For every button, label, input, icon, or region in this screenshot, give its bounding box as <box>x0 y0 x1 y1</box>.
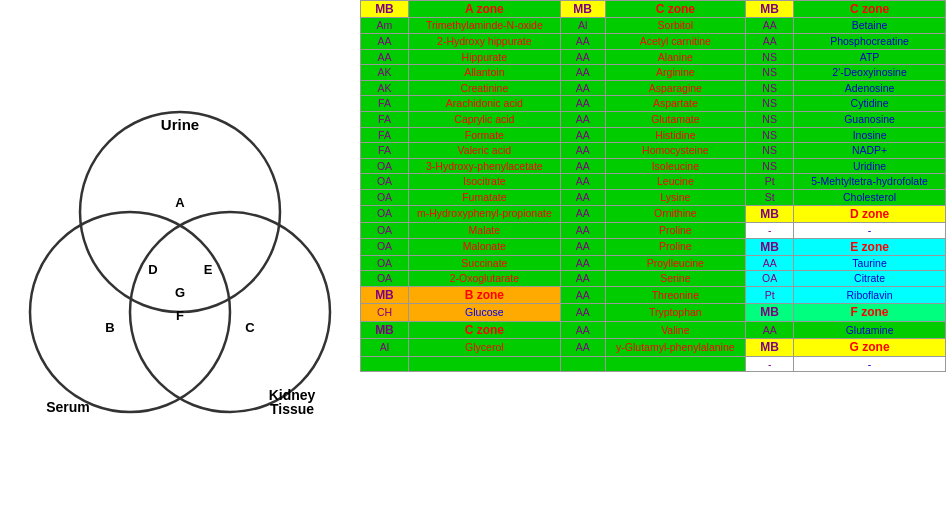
name2-cell: Valine <box>605 321 746 338</box>
mb2-cell: AA <box>560 111 605 127</box>
mb3-cell: AA <box>746 33 794 49</box>
hdr-czone1: C zone <box>605 1 746 18</box>
mb3-cell: Pt <box>746 174 794 190</box>
name2-cell: Proline <box>605 238 746 255</box>
name3-cell: - <box>794 356 946 372</box>
mb3-cell: AA <box>746 255 794 271</box>
name2-cell: Histidine <box>605 127 746 143</box>
name2-cell: Proline <box>605 222 746 238</box>
name2-cell: Serine <box>605 271 746 287</box>
mb1-cell: AA <box>361 33 409 49</box>
name1-cell: 3-Hydroxy-phenylacetate <box>408 158 560 174</box>
name1-cell: Isocitrate <box>408 174 560 190</box>
name3-cell: Uridine <box>794 158 946 174</box>
name2-cell: Isoleucine <box>605 158 746 174</box>
mb2-cell: AA <box>560 127 605 143</box>
table-row: OAm-Hydroxyphenyl-propionateAAOrnithineM… <box>361 205 946 222</box>
table-row: -- <box>361 356 946 372</box>
table-row: MBC zoneAAValineAAGlutamine <box>361 321 946 338</box>
name1-cell: Arachidonic acid <box>408 96 560 112</box>
header-row: MB A zone MB C zone MB C zone <box>361 1 946 18</box>
table-row: OAMalonateAAProlineMBE zone <box>361 238 946 255</box>
mb3-cell: NS <box>746 96 794 112</box>
mb2-cell: AA <box>560 321 605 338</box>
mb3-cell: NS <box>746 158 794 174</box>
mb2-cell: AA <box>560 158 605 174</box>
table-row: CHGlucoseAATryptophanMBF zone <box>361 304 946 321</box>
mb1-cell: Al <box>361 339 409 356</box>
name3-cell: Inosine <box>794 127 946 143</box>
mb3-cell: NS <box>746 127 794 143</box>
name3-cell: NADP+ <box>794 143 946 159</box>
urine-label: Urine <box>161 116 199 133</box>
table-row: OA2-OxoglutarateAASerineOACitrate <box>361 271 946 287</box>
name1-cell: 2-Hydroxy hippurate <box>408 33 560 49</box>
name1-cell: Valeric acid <box>408 143 560 159</box>
mb1-cell: OA <box>361 255 409 271</box>
mb1-cell: OA <box>361 271 409 287</box>
name1-cell: m-Hydroxyphenyl-propionate <box>408 205 560 222</box>
name2-cell: Asparagine <box>605 80 746 96</box>
name1-cell: Trimethylaminde-N-oxide <box>408 18 560 34</box>
table-row: OASuccinateAAProylleucineAATaurine <box>361 255 946 271</box>
mb3-cell: AA <box>746 321 794 338</box>
mb2-cell: AA <box>560 189 605 205</box>
mb3-cell: MB <box>746 339 794 356</box>
mb3-cell: Pt <box>746 287 794 304</box>
table-row: OAIsocitrateAALeucinePt5-Mehtyltetra-hyd… <box>361 174 946 190</box>
name1-cell: Glucose <box>408 304 560 321</box>
zone-a: A <box>175 195 185 210</box>
serum-label: Serum <box>46 399 90 415</box>
mb2-cell: AA <box>560 287 605 304</box>
hdr-mb1: MB <box>361 1 409 18</box>
metabolite-table: MB A zone MB C zone MB C zone AmTrimethy… <box>360 0 946 523</box>
name1-cell: Malonate <box>408 238 560 255</box>
mb2-cell: Al <box>560 18 605 34</box>
name1-cell: 2-Oxoglutarate <box>408 271 560 287</box>
table-row: AKAllantoinAAArginineNS2'-Deoxyinosine <box>361 65 946 81</box>
name3-cell: Taurine <box>794 255 946 271</box>
mb1-cell: OA <box>361 158 409 174</box>
name3-cell: Guanosine <box>794 111 946 127</box>
table-row: FAArachidonic acidAAAspartateNSCytidine <box>361 96 946 112</box>
name1-cell: Succinate <box>408 255 560 271</box>
table-row: AmTrimethylaminde-N-oxideAlSorbitolAABet… <box>361 18 946 34</box>
mb3-cell: OA <box>746 271 794 287</box>
mb1-cell: FA <box>361 96 409 112</box>
mb1-cell: MB <box>361 321 409 338</box>
mb3-cell: NS <box>746 143 794 159</box>
mb2-cell: AA <box>560 33 605 49</box>
name2-cell: Acetyl carnitine <box>605 33 746 49</box>
mb2-cell: AA <box>560 96 605 112</box>
name1-cell: Hippurate <box>408 49 560 65</box>
name3-cell: Betaine <box>794 18 946 34</box>
mb1-cell: AK <box>361 65 409 81</box>
table-row: AAHippurateAAAlanineNSATP <box>361 49 946 65</box>
mb1-cell: OA <box>361 238 409 255</box>
hdr-azone: A zone <box>408 1 560 18</box>
mb2-cell: AA <box>560 80 605 96</box>
name1-cell: Glycerol <box>408 339 560 356</box>
hdr-mb2: MB <box>560 1 605 18</box>
table-row: FAValeric acidAAHomocysteineNSNADP+ <box>361 143 946 159</box>
mb1-cell <box>361 356 409 372</box>
name3-cell: Phosphocreatine <box>794 33 946 49</box>
mb1-cell: Am <box>361 18 409 34</box>
name2-cell: Sorbitol <box>605 18 746 34</box>
table-row: FAFormateAAHistidineNSInosine <box>361 127 946 143</box>
hdr-czone2: C zone <box>794 1 946 18</box>
name1-cell: Creatinine <box>408 80 560 96</box>
table-row: FACaprylic acidAAGlutamateNSGuanosine <box>361 111 946 127</box>
mb3-cell: NS <box>746 49 794 65</box>
name2-cell: Glutamate <box>605 111 746 127</box>
table-row: AA2-Hydroxy hippurateAAAcetyl carnitineA… <box>361 33 946 49</box>
zone-g: G <box>175 285 185 300</box>
name1-cell: Fumatate <box>408 189 560 205</box>
name2-cell: Lysine <box>605 189 746 205</box>
svg-point-0 <box>80 112 280 312</box>
name2-cell: Threonine <box>605 287 746 304</box>
name2-cell: Homocysteine <box>605 143 746 159</box>
venn-svg: Urine Serum Kidney Tissue A B C D E F G <box>10 92 350 432</box>
mb3-cell: NS <box>746 80 794 96</box>
mb1-cell: FA <box>361 143 409 159</box>
